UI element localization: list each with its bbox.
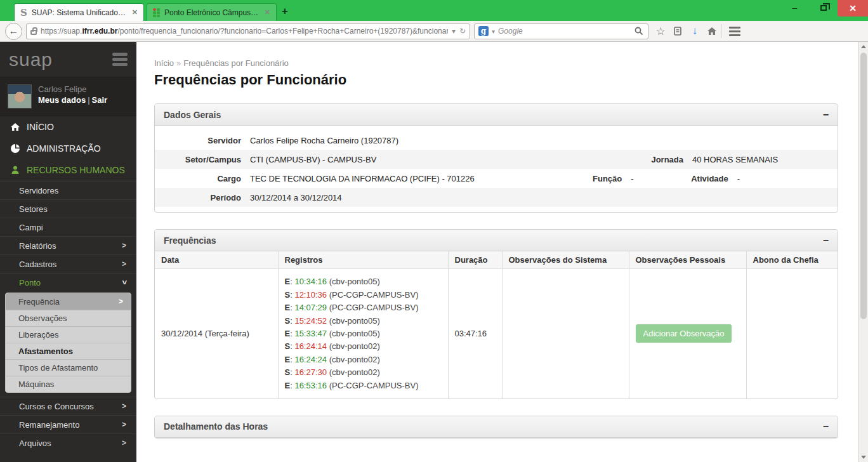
submenu-item-afastamentos[interactable]: Afastamentos [6,343,131,359]
sidebar-item-campi[interactable]: Campi [0,218,136,236]
field-periodo: Período 30/12/2014 a 30/12/2014 [155,188,838,207]
tab-title: Ponto Eletrônico Câmpus Boa ... [164,8,260,17]
cell-obs-pessoais: Adicionar Observação [629,269,746,399]
tab-suap[interactable]: S SUAP: Sistema Unificado de A... ✕ [14,3,144,21]
back-button[interactable]: ← [5,23,22,40]
downloads-icon[interactable]: ↓ [687,25,703,37]
col-header-duracao: Duração [448,251,502,269]
sidebar-item-recursos-humanos[interactable]: RECURSOS HUMANOS [0,159,136,181]
collapse-icon[interactable]: − [823,110,829,120]
tab-title: SUAP: Sistema Unificado de A... [32,8,128,17]
chevron-right-icon: > [122,402,126,411]
ifrr-favicon-icon [153,8,160,17]
new-tab-button[interactable]: + [282,5,288,18]
breadcrumb-home-link[interactable]: Início [154,58,174,68]
registro-line: S: 15:24:52 (cbv-ponto05) [285,316,442,326]
table-header-row: Data Registros Duração Observações do Si… [155,251,838,269]
breadcrumb: Início»Frequências por Funcionário [154,58,838,68]
search-placeholder: Google [498,27,631,36]
registro-line: S: 12:10:36 (PC-CGP-CAMPUS-BV) [285,290,442,300]
sidebar-item-servidores[interactable]: Servidores [0,181,136,199]
sidebar-item-administracao[interactable]: ADMINISTRAÇÃO [0,138,136,159]
pie-chart-icon [10,143,20,154]
cell-duracao: 03:47:16 [448,269,502,399]
user-name: Carlos Felipe [38,84,107,94]
cell-registros: E: 10:34:16 (cbv-ponto05) S: 12:10:36 (P… [278,269,448,399]
page-title: Frequências por Funcionário [154,72,838,88]
col-header-abono: Abono da Chefia [746,251,838,269]
main-content: Início»Frequências por Funcionário Frequ… [136,42,858,462]
sidebar-item-inicio[interactable]: INÍCIO [0,116,136,138]
home-icon [10,122,20,132]
cell-obs-sistema [502,269,629,399]
collapse-icon[interactable]: − [823,421,829,432]
google-icon: g [478,26,489,36]
breadcrumb-current: Frequências por Funcionário [183,58,288,68]
back-icon: ← [9,25,19,37]
scroll-down-icon[interactable] [861,456,866,459]
panel-title: Detalhamento das Horas [164,421,268,432]
cell-data: 30/12/2014 (Terça-feira) [155,269,278,399]
meus-dados-link[interactable]: Meus dados [38,95,86,105]
bookmarks-panel-icon[interactable] [673,26,683,36]
sidebar-item-relatorios[interactable]: Relatórios> [0,236,136,254]
menu-icon[interactable] [725,24,744,39]
toolbar-separator [721,24,721,38]
home-icon[interactable] [707,26,717,36]
search-input[interactable]: g ▾ Google [474,23,648,39]
dados-gerais-panel: Dados Gerais − Servidor Carlos Felipe Ro… [154,103,838,213]
browser-toolbar: ← https://suap.ifrr.edu.br/ponto/frequen… [0,21,868,42]
vertical-scrollbar[interactable] [858,42,868,462]
submenu-item-frequencia[interactable]: Frequência> [6,293,131,310]
tab-close-icon[interactable]: ✕ [265,8,270,16]
field-setor-campus: Setor/Campus CTI (CAMPUS-BV) - CAMPUS-BV… [155,150,838,169]
sidebar-item-cursos-e-concursos[interactable]: Cursos e Concursos> [0,397,136,415]
col-header-obs-pessoais: Observações Pessoais [629,251,746,269]
tab-close-icon[interactable]: ✕ [132,8,138,16]
frequencias-panel: Frequências − Data Registros Duração Obs… [154,229,838,399]
bookmark-star-icon[interactable]: ☆ [652,25,669,38]
url-bar[interactable]: https://suap.ifrr.edu.br/ponto/frequenci… [26,23,470,39]
breadcrumb-separator: » [174,58,183,68]
tab-ponto-eletronico[interactable]: Ponto Eletrônico Câmpus Boa ... ✕ [147,3,277,21]
collapse-icon[interactable]: − [823,235,829,246]
adicionar-observacao-button[interactable]: Adicionar Observação [636,324,732,343]
sidebar-item-remanejamento[interactable]: Remanejamento> [0,415,136,433]
chevron-down-icon: > [119,280,128,284]
person-icon [10,165,20,175]
panel-title: Dados Gerais [164,110,221,120]
col-header-registros: Registros [278,251,448,269]
sidebar-item-setores[interactable]: Setores [0,199,136,218]
suap-favicon-icon: S [20,7,27,18]
submenu-item-tipos-de-afastamento[interactable]: Tipos de Afastamento [6,359,131,376]
minimize-button[interactable]: – [780,0,809,15]
suap-logo[interactable]: suap [9,49,53,70]
search-engine-dropdown-icon[interactable]: ▾ [492,28,495,35]
submenu-item-liberacoes[interactable]: Liberações [6,326,131,343]
scrollbar-thumb[interactable] [860,53,867,319]
tab-strip: S SUAP: Sistema Unificado de A... ✕ Pont… [0,0,288,21]
url-text: https://suap.ifrr.edu.br/ponto/frequenci… [41,27,448,36]
registro-line: E: 15:33:47 (cbv-ponto05) [285,329,442,339]
sidebar-menu-icon[interactable] [112,53,128,66]
sidebar-item-arquivos[interactable]: Arquivos> [0,433,136,452]
url-dropdown-icon[interactable]: ▾ [452,27,456,36]
search-icon[interactable] [634,26,644,36]
field-servidor: Servidor Carlos Felipe Rocha Carneiro (1… [155,131,838,150]
col-header-data: Data [155,251,278,269]
sidebar-item-cadastros[interactable]: Cadastros> [0,254,136,273]
registro-line: S: 16:27:30 (cbv-ponto02) [285,367,442,378]
reload-icon[interactable]: ↻ [459,27,466,36]
sidebar-item-ponto[interactable]: Ponto> [0,273,136,291]
submenu-item-observacoes[interactable]: Observações [6,310,131,326]
restore-button[interactable] [809,0,838,15]
close-button[interactable]: ✕ [838,0,868,16]
chevron-right-icon: > [122,241,126,250]
scroll-up-icon[interactable] [861,45,866,48]
sidebar: suap Carlos Felipe Meus dados|Sair INÍCI… [0,42,136,462]
registro-line: E: 10:34:16 (cbv-ponto05) [285,277,442,287]
sair-link[interactable]: Sair [92,95,108,105]
registro-line: E: 16:24:24 (cbv-ponto02) [285,355,442,365]
registro-line: E: 16:53:16 (PC-CGP-CAMPUS-BV) [285,381,442,391]
submenu-item-maquinas[interactable]: Máquinas [6,376,131,392]
